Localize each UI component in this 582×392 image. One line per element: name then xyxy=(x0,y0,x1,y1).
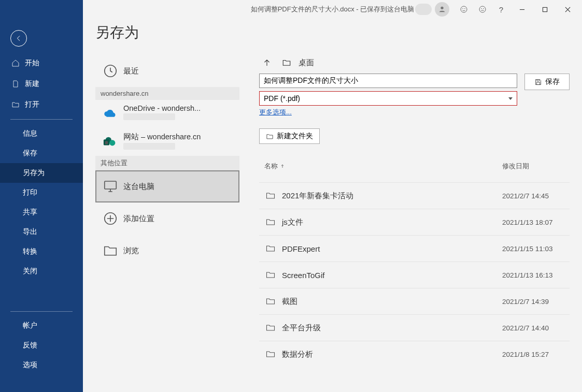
nav-feedback[interactable]: 反馈 xyxy=(0,336,83,355)
folder-icon xyxy=(259,217,282,227)
maximize-icon xyxy=(542,7,548,12)
close-icon xyxy=(565,7,571,12)
sort-asc-icon xyxy=(280,164,285,169)
nav-close[interactable]: 关闭 xyxy=(0,262,83,281)
nav-new-label: 新建 xyxy=(25,79,39,89)
location-add[interactable]: 添加位置 xyxy=(95,202,239,235)
file-row[interactable]: 数据分析2021/1/8 15:27 xyxy=(259,341,570,367)
save-button[interactable]: 保存 xyxy=(524,74,570,90)
close-window-button[interactable] xyxy=(556,1,579,18)
location-recent[interactable]: 最近 xyxy=(95,55,239,87)
nav-open[interactable]: 打开 xyxy=(0,94,83,115)
file-row[interactable]: 全平台升级2021/2/7 14:40 xyxy=(259,314,570,341)
path-folder-icon-btn[interactable] xyxy=(279,55,294,70)
new-folder-icon xyxy=(266,133,274,140)
frown-button[interactable] xyxy=(473,1,492,18)
nav-close-label: 关闭 xyxy=(23,267,37,276)
file-date: 2021/2/7 14:45 xyxy=(502,192,570,200)
location-onedrive-sub xyxy=(123,113,175,120)
svg-rect-16 xyxy=(105,181,117,189)
minimize-button[interactable] xyxy=(510,1,533,18)
user-avatar[interactable] xyxy=(435,2,449,17)
col-name-label: 名称 xyxy=(264,162,278,171)
location-add-label: 添加位置 xyxy=(123,214,154,224)
nav-share[interactable]: 共享 xyxy=(0,202,83,222)
file-date: 2021/1/13 16:13 xyxy=(502,271,570,279)
col-name-header[interactable]: 名称 xyxy=(259,162,502,171)
nav-options[interactable]: 选项 xyxy=(0,355,83,375)
nav-save-as-label: 另存为 xyxy=(23,168,45,178)
folder-icon xyxy=(259,296,282,307)
col-date-header[interactable]: 修改日期 xyxy=(502,162,570,171)
nav-account[interactable]: 帐户 xyxy=(0,316,83,336)
back-button[interactable] xyxy=(10,30,27,47)
person-icon xyxy=(438,5,446,13)
file-name: 2021年新春集卡活动 xyxy=(282,191,502,201)
arrow-up-icon xyxy=(262,58,272,67)
file-row[interactable]: PDFExpert2021/1/15 11:03 xyxy=(259,235,570,262)
column-headers: 名称 修改日期 xyxy=(259,159,570,173)
frown-icon xyxy=(478,5,487,13)
nav-top-group: 开始 新建 打开 xyxy=(0,53,83,115)
file-date: 2021/2/7 14:40 xyxy=(502,324,570,332)
location-sites[interactable]: S 网站 – wondershare.cn xyxy=(95,128,239,156)
nav-save[interactable]: 保存 xyxy=(0,143,83,163)
location-browse-label: 浏览 xyxy=(123,246,139,256)
maximize-button[interactable] xyxy=(533,1,556,18)
file-row[interactable]: 2021年新春集卡活动2021/2/7 14:45 xyxy=(259,182,570,209)
nav-info[interactable]: 信息 xyxy=(0,124,83,143)
smile-button[interactable] xyxy=(455,1,473,18)
titlebar-right: ? xyxy=(415,1,582,18)
nav-options-label: 选项 xyxy=(23,360,37,370)
svg-rect-19 xyxy=(537,79,539,81)
nav-open-label: 打开 xyxy=(25,100,39,109)
path-up-button[interactable] xyxy=(259,55,275,70)
clock-icon xyxy=(101,61,120,81)
page-title: 另存为 xyxy=(95,23,582,42)
file-date: 2021/2/7 14:39 xyxy=(502,298,570,306)
file-list: 2021年新春集卡活动2021/2/7 14:45js文件2021/1/13 1… xyxy=(259,182,570,367)
svg-rect-18 xyxy=(536,82,540,84)
location-browse[interactable]: 浏览 xyxy=(95,235,239,267)
app-root: 开始 新建 打开 信息 保存 另存为 打印 共享 导出 转换 关闭 帐户 反馈 … xyxy=(0,0,582,392)
nav-save-as[interactable]: 另存为 xyxy=(0,163,83,183)
location-onedrive-label: OneDrive - wondersh... xyxy=(123,104,201,112)
file-row[interactable]: js文件2021/1/13 18:07 xyxy=(259,209,570,235)
open-folder-icon xyxy=(10,100,21,109)
more-options-link[interactable]: 更多选项... xyxy=(259,108,292,117)
nav-print[interactable]: 打印 xyxy=(0,183,83,202)
nav-transform[interactable]: 转换 xyxy=(0,242,83,262)
nav-separator-1 xyxy=(10,119,73,120)
folder-icon xyxy=(282,58,291,67)
location-account-header: wondershare.cn xyxy=(95,87,239,100)
sharepoint-icon: S xyxy=(101,132,120,152)
onedrive-icon xyxy=(101,104,120,124)
save-disk-icon xyxy=(534,78,542,86)
location-onedrive[interactable]: OneDrive - wondersh... xyxy=(95,100,239,128)
user-name-bubble[interactable] xyxy=(415,4,432,15)
back-arrow-icon xyxy=(15,34,23,42)
file-name: 数据分析 xyxy=(282,350,502,359)
file-row[interactable]: 截图2021/2/7 14:39 xyxy=(259,288,570,314)
nav-new[interactable]: 新建 xyxy=(0,74,83,94)
nav-feedback-label: 反馈 xyxy=(23,341,37,350)
backstage-nav: 开始 新建 打开 信息 保存 另存为 打印 共享 导出 转换 关闭 帐户 反馈 … xyxy=(0,0,83,392)
svg-point-3 xyxy=(465,8,465,9)
nav-save-label: 保存 xyxy=(23,149,37,158)
file-form-row: PDF (*.pdf) 更多选项... 保存 xyxy=(259,74,570,117)
path-row: 桌面 xyxy=(259,55,570,70)
file-name: PDFExpert xyxy=(282,244,502,253)
file-name: js文件 xyxy=(282,217,502,227)
location-recent-label: 最近 xyxy=(123,66,139,76)
file-row[interactable]: ScreenToGif2021/1/13 16:13 xyxy=(259,262,570,288)
location-this-pc[interactable]: 这台电脑 xyxy=(95,170,239,202)
svg-point-2 xyxy=(463,8,463,9)
nav-export[interactable]: 导出 xyxy=(0,222,83,242)
filename-input[interactable] xyxy=(259,74,517,88)
file-name: ScreenToGif xyxy=(282,271,502,280)
nav-transform-label: 转换 xyxy=(23,247,37,256)
filetype-select[interactable]: PDF (*.pdf) xyxy=(259,91,517,106)
nav-home[interactable]: 开始 xyxy=(0,53,83,74)
new-folder-button[interactable]: 新建文件夹 xyxy=(259,128,320,144)
help-button[interactable]: ? xyxy=(492,1,510,18)
